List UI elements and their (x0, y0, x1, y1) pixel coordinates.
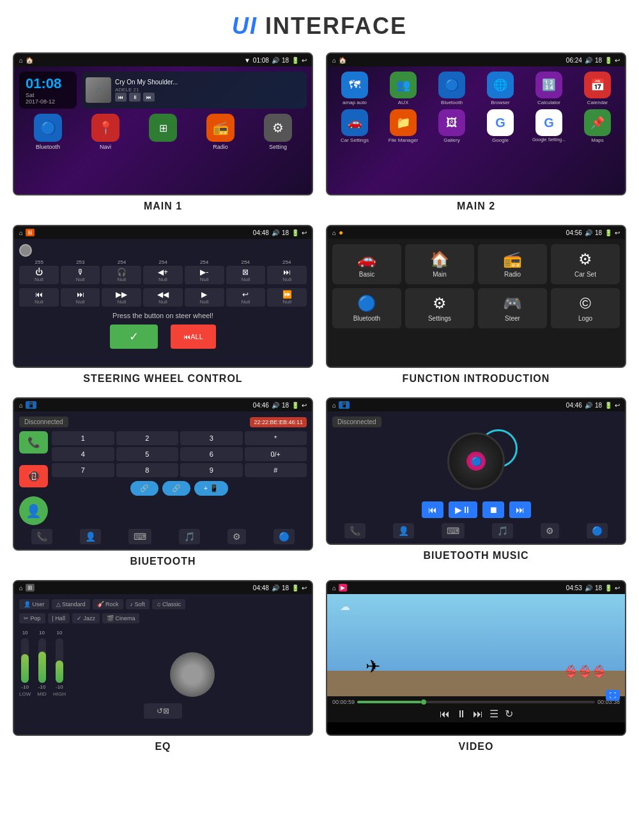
app-bluetooth[interactable]: 🔵 Bluetooth (34, 114, 62, 150)
call-green-btn[interactable]: 📞 (19, 431, 48, 454)
steer-ok-btn[interactable]: ✓ (110, 325, 158, 349)
bt-prev-btn[interactable]: ⏮ (422, 501, 443, 518)
steer-mute[interactable]: ⊠Null (226, 266, 266, 284)
app-maps[interactable]: 📌Maps (575, 109, 620, 143)
music-widget[interactable]: 🎵 Cry On My Shoulder... ADELE 21 ⏮ ⏸ ⏭ (82, 72, 307, 109)
app-navi[interactable]: 📍 Navi (91, 114, 119, 150)
key-8[interactable]: 8 (116, 463, 179, 477)
steer-end[interactable]: ⏩Null (267, 288, 307, 307)
steer-fwd[interactable]: ▶▶Null (102, 288, 141, 307)
app-calendar[interactable]: 📅Calendar (575, 72, 620, 105)
bt-foot-contacts[interactable]: 👤 (80, 529, 101, 544)
bt-foot-dialpad2[interactable]: ⌨ (442, 523, 465, 538)
music-controls[interactable]: ⏮ ⏸ ⏭ (115, 93, 303, 102)
key-0plus[interactable]: 0/+ (245, 447, 307, 461)
app-carsettings[interactable]: 🚗Car Settings (332, 109, 377, 143)
vid-repeat-btn[interactable]: ↻ (505, 708, 513, 720)
play-pause-btn[interactable]: ⏸ (129, 93, 141, 102)
eq-soft[interactable]: ♪ Soft (126, 599, 150, 609)
key-1[interactable]: 1 (52, 431, 114, 445)
eq-reset-btn[interactable]: ↺⊠ (144, 703, 182, 719)
app-google[interactable]: GGoogle (478, 109, 523, 143)
key-5[interactable]: 5 (116, 447, 179, 461)
bt-link-btn[interactable]: 🔗 (130, 481, 158, 496)
bt-next-btn2[interactable]: ⏭ (509, 501, 531, 518)
eq-hall[interactable]: | Hall (48, 613, 70, 623)
func-logo[interactable]: © Logo (551, 288, 620, 328)
bt-foot-bt2[interactable]: 🔵 (587, 523, 608, 538)
bt-foot-music[interactable]: 🎵 (179, 529, 200, 544)
steer-volup[interactable]: ◀+Null (143, 266, 183, 284)
video-progress-track[interactable] (357, 701, 595, 703)
next-btn[interactable]: ⏭ (143, 93, 155, 102)
key-3[interactable]: 3 (180, 431, 243, 445)
bt-foot-dialpad[interactable]: ⌨ (128, 529, 151, 544)
app-gallery[interactable]: 🖼Gallery (429, 109, 474, 143)
eq-standard[interactable]: △ Standard (52, 599, 90, 609)
bt-unlink-btn[interactable]: 🔗 (162, 481, 190, 496)
vid-prev-btn[interactable]: ⏮ (440, 708, 450, 720)
video-people: 👙👙👙 (564, 664, 606, 678)
steer-next[interactable]: ⏭Null (267, 266, 307, 284)
steer-skipnext[interactable]: ⏭Null (61, 288, 100, 307)
app-amap[interactable]: 🗺amap auto (332, 72, 377, 105)
app-bluetooth2[interactable]: 🔵Bluetooth (429, 72, 474, 105)
steer-prev[interactable]: ⏮Null (19, 288, 59, 307)
func-bluetooth[interactable]: 🔵 Bluetooth (332, 288, 401, 328)
bt-play-btn[interactable]: ▶⏸ (449, 501, 477, 518)
app-apps[interactable]: ⊞ (149, 114, 177, 150)
func-radio[interactable]: 📻 Radio (478, 244, 547, 284)
call-red-btn[interactable]: 📵 (19, 465, 48, 487)
app-browser[interactable]: 🌐Browser (478, 72, 523, 105)
app-radio[interactable]: 📻 Radio (206, 114, 235, 150)
steer-headphone[interactable]: 🎧Null (102, 266, 141, 284)
func-steer[interactable]: 🎮 Steer (478, 288, 547, 328)
video-fullscreen-btn[interactable]: ⛶ (606, 690, 620, 701)
eq-user[interactable]: 👤 User (19, 599, 49, 609)
bt-foot-settings2[interactable]: ⚙ (541, 523, 559, 538)
steer-play[interactable]: ▶Null (185, 288, 224, 307)
key-4[interactable]: 4 (52, 447, 114, 461)
eq-classic[interactable]: ♫ Classic (152, 599, 185, 609)
steer-all-btn[interactable]: ⏮ALL (171, 325, 216, 349)
eq-low-slider[interactable]: 10 -10 LOW (19, 630, 31, 697)
bt-foot-phone[interactable]: 📞 (31, 529, 52, 544)
steer-voldown[interactable]: ▶-Null (185, 266, 224, 284)
eq-jazz[interactable]: ✓ Jazz (72, 613, 100, 623)
func-settings[interactable]: ⚙ Settings (405, 288, 474, 328)
app-filemanager[interactable]: 📁File Manager (381, 109, 426, 143)
bt-foot-contacts2[interactable]: 👤 (393, 523, 414, 538)
vid-play-btn[interactable]: ⏸ (456, 708, 466, 720)
eq-mid-slider[interactable]: 10 -10 MID (37, 630, 47, 697)
steer-back[interactable]: ↩Null (226, 288, 266, 307)
eq-pop[interactable]: ✂ Pop (19, 613, 45, 623)
key-hash[interactable]: # (245, 463, 307, 477)
key-9[interactable]: 9 (180, 463, 243, 477)
app-setting[interactable]: ⚙ Setting (264, 114, 292, 150)
app-aux[interactable]: 👥AUX (381, 72, 426, 105)
steer-power[interactable]: ⏻Null (19, 266, 59, 284)
steer-mic[interactable]: 🎙Null (61, 266, 100, 284)
func-main[interactable]: 🏠 Main (405, 244, 474, 284)
eq-cinema[interactable]: 🎬 Cinema (102, 613, 140, 623)
steer-rew[interactable]: ◀◀Null (143, 288, 183, 307)
bt-foot-bt[interactable]: 🔵 (273, 529, 295, 544)
bt-foot-music2[interactable]: 🎵 (492, 523, 513, 538)
bt-foot-phone2[interactable]: 📞 (344, 523, 366, 538)
vid-playlist-btn[interactable]: ☰ (489, 708, 498, 720)
key-2[interactable]: 2 (116, 431, 179, 445)
vid-next-btn[interactable]: ⏭ (473, 708, 483, 720)
eq-high-slider[interactable]: 10 -10 HIGH (53, 630, 66, 697)
key-star[interactable]: * (245, 431, 307, 445)
func-basic[interactable]: 🚗 Basic (332, 244, 401, 284)
bt-stop-btn[interactable]: ⏹ (482, 501, 504, 518)
func-carset[interactable]: ⚙ Car Set (551, 244, 620, 284)
app-googlesettings[interactable]: GGoogle Setting... (527, 109, 571, 143)
app-calculator[interactable]: 🔢Calculator (527, 72, 571, 105)
eq-rock[interactable]: 🎸 Rock (93, 599, 123, 609)
prev-btn[interactable]: ⏮ (115, 93, 127, 102)
bt-foot-settings[interactable]: ⚙ (227, 529, 246, 544)
key-6[interactable]: 6 (180, 447, 243, 461)
key-7[interactable]: 7 (52, 463, 114, 477)
bt-add-btn[interactable]: + 📱 (194, 481, 228, 496)
